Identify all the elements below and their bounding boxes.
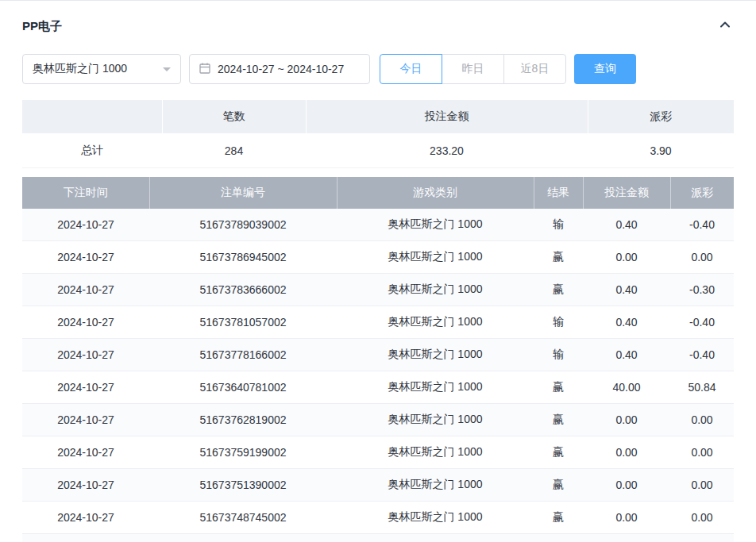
table-cell: 赢 xyxy=(534,469,583,502)
table-cell: 0.00 xyxy=(583,404,670,436)
summary-header-blank xyxy=(22,100,162,133)
table-row: 2024-10-2751673789039002奥林匹斯之门 1000输0.40… xyxy=(22,209,734,241)
table-cell: 0.00 xyxy=(670,469,734,502)
table-cell: 赢 xyxy=(534,274,583,306)
table-cell: 0.00 xyxy=(583,469,670,502)
table-row: 2024-10-2751673786945002奥林匹斯之门 1000赢0.00… xyxy=(22,241,734,274)
page-title: PP电子 xyxy=(22,19,62,34)
table-cell: 51673786945002 xyxy=(149,241,337,274)
bet-records-table: 下注时间注单编号游戏类别结果投注金额派彩 2024-10-27516737890… xyxy=(22,177,734,542)
table-cell: 奥林匹斯之门 1000 xyxy=(337,404,534,436)
table-cell: 奥林匹斯之门 1000 xyxy=(337,534,534,542)
detail-column-header: 下注时间 xyxy=(22,177,149,209)
summary-total-payout: 3.90 xyxy=(588,133,734,168)
table-cell: 51673745710002 xyxy=(149,534,337,542)
table-cell: 2024-10-27 xyxy=(22,469,149,502)
table-row: 2024-10-2751673745710002奥林匹斯之门 1000赢0.00… xyxy=(22,534,734,542)
summary-total-label: 总计 xyxy=(22,133,162,168)
table-cell: 输 xyxy=(534,306,583,339)
summary-total-bet-amount: 233.20 xyxy=(306,133,588,168)
table-cell: 0.40 xyxy=(583,274,670,306)
chevron-up-icon xyxy=(719,18,731,34)
summary-header-row: 笔数投注金额派彩 xyxy=(22,100,734,133)
table-cell: 奥林匹斯之门 1000 xyxy=(337,371,534,404)
table-cell: 51673778166002 xyxy=(149,339,337,371)
quick-filter-last-8-days-button[interactable]: 近8日 xyxy=(503,54,566,84)
filter-row: 奥林匹斯之门 1000 2024-10-27 ~ 2024-10-27 今日昨日… xyxy=(22,54,734,84)
table-cell: 输 xyxy=(534,339,583,371)
table-cell: 2024-10-27 xyxy=(22,534,149,542)
table-cell: 赢 xyxy=(534,534,583,542)
date-range-picker[interactable]: 2024-10-27 ~ 2024-10-27 xyxy=(189,54,370,84)
table-cell: 51673789039002 xyxy=(149,209,337,241)
table-cell: 2024-10-27 xyxy=(22,404,149,436)
table-cell: 0.00 xyxy=(670,502,734,534)
table-cell: 2024-10-27 xyxy=(22,241,149,274)
summary-column-header: 投注金额 xyxy=(306,100,588,133)
table-cell: 0.00 xyxy=(583,241,670,274)
summary-table: 笔数投注金额派彩 总计 284 233.20 3.90 xyxy=(22,100,734,168)
table-row: 2024-10-2751673748745002奥林匹斯之门 1000赢0.00… xyxy=(22,502,734,534)
table-cell: 0.00 xyxy=(670,404,734,436)
table-row: 2024-10-2751673783666002奥林匹斯之门 1000赢0.40… xyxy=(22,274,734,306)
table-cell: 51673781057002 xyxy=(149,306,337,339)
table-cell: 51673783666002 xyxy=(149,274,337,306)
table-cell: 赢 xyxy=(534,241,583,274)
table-cell: 奥林匹斯之门 1000 xyxy=(337,209,534,241)
summary-total-count: 284 xyxy=(162,133,306,168)
table-cell: 51673751390002 xyxy=(149,469,337,502)
table-cell: -0.40 xyxy=(670,209,734,241)
table-row: 2024-10-2751673762819002奥林匹斯之门 1000赢0.00… xyxy=(22,404,734,436)
table-cell: -0.40 xyxy=(670,306,734,339)
game-select[interactable]: 奥林匹斯之门 1000 xyxy=(22,54,181,84)
game-select-value: 奥林匹斯之门 1000 xyxy=(33,62,127,76)
summary-total-row: 总计 284 233.20 3.90 xyxy=(22,133,734,168)
query-button[interactable]: 查询 xyxy=(574,54,636,84)
detail-table-body: 2024-10-2751673789039002奥林匹斯之门 1000输0.40… xyxy=(22,209,734,542)
table-cell: 2024-10-27 xyxy=(22,502,149,534)
table-cell: 40.00 xyxy=(583,371,670,404)
pp-electronics-panel: PP电子 奥林匹斯之门 1000 2024-10-27 ~ 2024-10-27 xyxy=(0,1,756,542)
table-cell: 赢 xyxy=(534,371,583,404)
table-cell: 0.00 xyxy=(583,436,670,469)
table-row: 2024-10-2751673751390002奥林匹斯之门 1000赢0.00… xyxy=(22,469,734,502)
table-cell: 0.00 xyxy=(670,534,734,542)
detail-column-header: 结果 xyxy=(534,177,583,209)
table-cell: 赢 xyxy=(534,404,583,436)
quick-filter-yesterday-button[interactable]: 昨日 xyxy=(442,54,504,84)
detail-column-header: 游戏类别 xyxy=(337,177,534,209)
panel-header: PP电子 xyxy=(22,1,734,35)
table-row: 2024-10-2751673781057002奥林匹斯之门 1000输0.40… xyxy=(22,306,734,339)
quick-filter-today-button[interactable]: 今日 xyxy=(380,54,442,84)
table-cell: 奥林匹斯之门 1000 xyxy=(337,306,534,339)
table-row: 2024-10-2751673640781002奥林匹斯之门 1000赢40.0… xyxy=(22,371,734,404)
table-cell: 50.84 xyxy=(670,371,734,404)
table-cell: -0.30 xyxy=(670,274,734,306)
table-cell: 0.00 xyxy=(670,241,734,274)
detail-column-header: 投注金额 xyxy=(583,177,670,209)
table-cell: 2024-10-27 xyxy=(22,274,149,306)
table-cell: 赢 xyxy=(534,436,583,469)
collapse-panel-button[interactable] xyxy=(716,17,734,35)
table-cell: 奥林匹斯之门 1000 xyxy=(337,274,534,306)
caret-down-icon xyxy=(163,67,171,75)
table-cell: 0.00 xyxy=(583,534,670,542)
table-cell: 奥林匹斯之门 1000 xyxy=(337,241,534,274)
table-cell: 51673762819002 xyxy=(149,404,337,436)
calendar-icon xyxy=(199,62,218,77)
table-cell: 奥林匹斯之门 1000 xyxy=(337,339,534,371)
table-cell: 0.40 xyxy=(583,209,670,241)
table-cell: 0.40 xyxy=(583,306,670,339)
table-cell: 2024-10-27 xyxy=(22,436,149,469)
table-cell: 2024-10-27 xyxy=(22,371,149,404)
detail-column-header: 注单编号 xyxy=(149,177,337,209)
table-cell: 输 xyxy=(534,209,583,241)
quick-filter-group: 今日昨日近8日 xyxy=(380,54,566,84)
table-cell: 2024-10-27 xyxy=(22,209,149,241)
table-row: 2024-10-2751673778166002奥林匹斯之门 1000输0.40… xyxy=(22,339,734,371)
table-cell: 赢 xyxy=(534,502,583,534)
detail-column-header: 派彩 xyxy=(670,177,734,209)
date-range-value: 2024-10-27 ~ 2024-10-27 xyxy=(218,63,344,75)
summary-column-header: 派彩 xyxy=(588,100,734,133)
table-cell: 2024-10-27 xyxy=(22,306,149,339)
